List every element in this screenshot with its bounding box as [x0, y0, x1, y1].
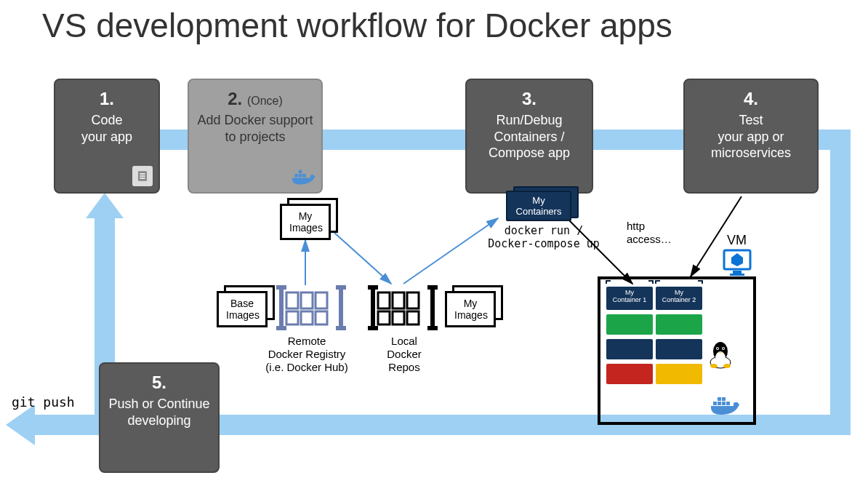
- svg-rect-39: [407, 292, 419, 308]
- document-icon: [132, 166, 153, 186]
- git-push-label: git push: [12, 394, 75, 410]
- svg-rect-54: [722, 402, 726, 405]
- step-2-box: 2. (Once) Add Docker support to projects: [188, 79, 323, 194]
- base-images-box: Base Images: [217, 291, 268, 327]
- step-3-number: 3.: [474, 89, 584, 109]
- svg-rect-31: [371, 288, 375, 327]
- svg-rect-21: [276, 285, 286, 290]
- svg-point-49: [723, 348, 724, 349]
- svg-rect-36: [427, 326, 438, 330]
- svg-rect-20: [339, 288, 343, 327]
- svg-point-50: [710, 364, 718, 368]
- svg-rect-19: [279, 288, 284, 327]
- linux-tux-icon: [708, 340, 733, 373]
- svg-rect-27: [316, 292, 327, 308]
- step-1-number: 1.: [63, 89, 151, 109]
- docker-whale-vm-icon: [710, 393, 742, 421]
- svg-rect-56: [718, 397, 721, 401]
- svg-rect-38: [393, 292, 404, 308]
- svg-rect-17: [733, 271, 742, 274]
- my-containers-box: My Containers: [506, 191, 571, 221]
- step-2-once: (Once): [247, 95, 283, 107]
- step-5-box: 5. Push or Continue developing: [99, 362, 220, 473]
- svg-rect-13: [299, 174, 302, 178]
- svg-rect-14: [302, 174, 306, 178]
- svg-line-4: [403, 218, 498, 284]
- local-repos-icon: [366, 282, 439, 336]
- svg-rect-42: [407, 311, 419, 324]
- svg-rect-37: [378, 292, 390, 308]
- svg-rect-30: [316, 311, 327, 324]
- step-2-text: Add Docker support to projects: [197, 113, 313, 144]
- svg-rect-11: [140, 178, 145, 179]
- svg-rect-33: [368, 285, 378, 290]
- svg-rect-18: [730, 274, 744, 276]
- container-2: My Container 2: [656, 287, 702, 310]
- svg-rect-26: [301, 292, 313, 308]
- step-2-number: 2. (Once): [196, 89, 314, 109]
- svg-rect-41: [393, 311, 404, 324]
- svg-rect-28: [286, 311, 298, 324]
- container-green-1: [606, 314, 653, 335]
- http-access-label: http access…: [627, 220, 685, 246]
- svg-rect-22: [336, 285, 346, 290]
- svg-rect-29: [301, 311, 313, 324]
- svg-rect-35: [368, 326, 378, 330]
- svg-point-48: [717, 348, 718, 349]
- svg-rect-55: [726, 402, 730, 405]
- svg-rect-24: [336, 326, 346, 330]
- svg-line-5: [334, 233, 391, 284]
- svg-rect-40: [378, 311, 390, 324]
- step-5-number: 5.: [108, 373, 211, 393]
- svg-rect-9: [140, 173, 145, 175]
- step-4-number: 4.: [692, 89, 810, 109]
- svg-rect-10: [140, 175, 145, 177]
- remote-registry-icon: [275, 282, 347, 336]
- local-repos-caption: Local Docker Repos: [375, 335, 433, 374]
- container-yellow: [656, 364, 702, 384]
- my-images-2-box: My Images: [445, 291, 496, 327]
- svg-point-51: [723, 364, 731, 368]
- container-green-2: [656, 314, 702, 335]
- step-1-box: 1. Code your app: [54, 79, 160, 194]
- docker-run-label: docker run / Docker-compose up: [486, 224, 602, 250]
- step-3-text: Run/Debug Containers / Compose app: [489, 113, 570, 160]
- step-4-box: 4. Test your app or microservices: [683, 79, 819, 194]
- svg-rect-12: [294, 174, 298, 178]
- my-images-box: My Images: [280, 204, 331, 240]
- container-1: My Container 1: [606, 287, 653, 310]
- docker-whale-icon: [291, 167, 317, 188]
- step-1-text: Code your app: [81, 113, 132, 144]
- step-4-text: Test your app or microservices: [711, 113, 791, 160]
- svg-rect-57: [722, 397, 726, 401]
- step-3-box: 3. Run/Debug Containers / Compose app: [465, 79, 593, 194]
- container-navy-1: [606, 339, 653, 359]
- svg-rect-23: [276, 326, 286, 330]
- svg-rect-15: [299, 170, 302, 174]
- svg-rect-25: [286, 292, 298, 308]
- vm-label: VM: [727, 233, 747, 249]
- svg-rect-34: [427, 285, 438, 290]
- svg-point-45: [715, 351, 726, 364]
- svg-rect-53: [718, 402, 721, 405]
- svg-rect-32: [430, 288, 435, 327]
- remote-registry-caption: Remote Docker Registry (i.e. Docker Hub): [256, 335, 358, 374]
- diagram-title: VS development workflow for Docker apps: [42, 6, 672, 45]
- step-5-text: Push or Continue developing: [108, 397, 209, 428]
- container-navy-2: [656, 339, 702, 359]
- svg-rect-1: [25, 415, 102, 435]
- svg-marker-2: [6, 405, 35, 445]
- flow-bar-right: [830, 130, 851, 435]
- container-red: [606, 364, 653, 384]
- svg-rect-52: [713, 402, 717, 405]
